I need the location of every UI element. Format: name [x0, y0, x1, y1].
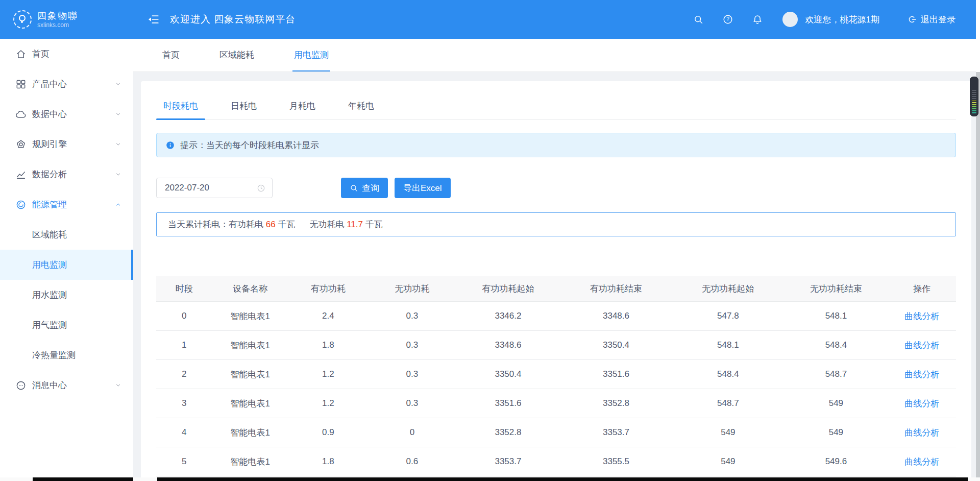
query-button[interactable]: 查询 [341, 178, 388, 198]
sidebar-horizontal-scrollbar[interactable] [33, 477, 133, 481]
sidebar-item-label: 用电监测 [32, 259, 67, 271]
vertical-scrollbar[interactable] [976, 0, 980, 481]
svg-text:?: ? [726, 16, 729, 22]
sidebar-item-home[interactable]: 首页 [0, 39, 133, 69]
sidebar-item-label: 首页 [32, 48, 50, 60]
header-cell-4: 有功功耗起始 [456, 283, 560, 295]
cell-0: 0 [156, 311, 212, 321]
cell-2: 1.8 [288, 456, 369, 467]
date-picker-input[interactable]: 2022-07-20 [156, 178, 273, 198]
page: 四象物聯 sxlinks.com 欢迎进入 四象云物联网平台 ? 欢迎您，桃花源… [0, 0, 980, 481]
sidebar-item-data-analysis[interactable]: 数据分析 [0, 159, 133, 189]
sidebar-item-region-energy[interactable]: 区域能耗 [0, 220, 133, 250]
consumption-tab-yearly[interactable]: 年耗电 [341, 100, 381, 119]
clock-icon [256, 183, 266, 193]
cell-6: 548.4 [672, 369, 784, 379]
cell-7: 548.1 [784, 311, 888, 321]
logo-domain: sxlinks.com [37, 21, 78, 29]
curve-analysis-link[interactable]: 曲线分析 [904, 341, 939, 350]
table-row: 3智能电表11.20.33351.63352.8548.7549曲线分析 [156, 389, 956, 418]
platform-title: 欢迎进入 四象云物联网平台 [170, 13, 296, 26]
cell-7: 549 [784, 427, 888, 438]
logout-button[interactable]: 退出登录 [907, 14, 955, 26]
scroll-minimap-widget[interactable] [970, 77, 978, 116]
sidebar-item-rule-engine[interactable]: 规则引擎 [0, 129, 133, 159]
logo-name: 四象物聯 [37, 11, 78, 21]
curve-analysis-link[interactable]: 曲线分析 [904, 399, 939, 408]
cell-6: 547.8 [672, 311, 784, 321]
header-cell-3: 无功功耗 [368, 283, 456, 295]
sidebar-item-data-center[interactable]: 数据中心 [0, 99, 133, 129]
header-cell-0: 时段 [156, 283, 212, 295]
help-icon[interactable]: ? [722, 14, 733, 25]
cell-5: 3355.5 [560, 456, 672, 467]
curve-analysis-link[interactable]: 曲线分析 [904, 311, 939, 321]
logout-icon [907, 14, 917, 25]
cell-6: 549 [672, 456, 784, 467]
curve-analysis-link[interactable]: 曲线分析 [904, 457, 939, 467]
curve-analysis-link[interactable]: 曲线分析 [904, 370, 939, 379]
top-tab-electricity-monitor[interactable]: 用电监测 [292, 39, 330, 71]
top-tab-region-energy[interactable]: 区域能耗 [218, 39, 256, 71]
date-value: 2022-07-20 [165, 183, 256, 193]
content-horizontal-scrollbar[interactable] [157, 477, 968, 481]
cell-3: 0.3 [368, 398, 456, 408]
cell-2: 1.2 [288, 369, 369, 379]
table-row: 4智能电表10.903352.83353.7549549曲线分析 [156, 418, 956, 447]
cell-6: 548.7 [672, 398, 784, 408]
curve-analysis-link[interactable]: 曲线分析 [904, 428, 939, 438]
chevron-down-icon [114, 140, 122, 148]
cell-4: 3346.2 [456, 311, 560, 321]
consumption-tab-monthly[interactable]: 月耗电 [282, 100, 323, 119]
cell-0: 1 [156, 340, 212, 350]
cell-2: 1.2 [288, 398, 369, 408]
cell-1: 智能电表1 [212, 427, 288, 439]
sidebar-item-gas-monitor[interactable]: 用气监测 [0, 310, 133, 340]
sidebar-item-label: 能源管理 [32, 199, 67, 210]
sidebar-item-energy-management[interactable]: 能源管理 [0, 189, 133, 220]
daily-summary: 当天累计耗电： 有功耗电 66 千瓦 无功耗电 11.7 千瓦 [156, 212, 956, 236]
consumption-tab-period[interactable]: 时段耗电 [156, 100, 205, 119]
consumption-table: 时段设备名称有功功耗无功功耗有功功耗起始有功功耗结束无功功耗起始无功功耗结束操作… [156, 276, 956, 476]
energy-tabs: 时段耗电日耗电月耗电年耗电 [156, 100, 956, 120]
cell-7: 548.7 [784, 369, 888, 379]
breadcrumb-tabs: 首页区域能耗用电监测 [133, 39, 980, 72]
consumption-tab-daily[interactable]: 日耗电 [224, 100, 264, 119]
cell-1: 智能电表1 [212, 456, 288, 468]
sidebar-item-label: 消息中心 [32, 379, 67, 391]
sidebar-item-heat-monitor[interactable]: 冷热量监测 [0, 340, 133, 370]
sidebar-item-water-monitor[interactable]: 用水监测 [0, 280, 133, 310]
top-header: 四象物聯 sxlinks.com 欢迎进入 四象云物联网平台 ? 欢迎您，桃花源… [0, 0, 980, 39]
table-row: 1智能电表11.80.33348.63350.4548.1548.4曲线分析 [156, 331, 956, 360]
energy-icon [15, 199, 28, 211]
message-icon [15, 379, 28, 392]
header-cell-2: 有功功耗 [288, 283, 369, 295]
sidebar-item-electricity-monitor[interactable]: 用电监测 [0, 250, 133, 280]
export-excel-button[interactable]: 导出Excel [395, 178, 451, 198]
cell-5: 3350.4 [560, 340, 672, 350]
chevron-up-icon [114, 201, 122, 208]
info-icon [165, 140, 175, 150]
table-header-row: 时段设备名称有功功耗无功功耗有功功耗起始有功功耗结束无功功耗起始无功功耗结束操作 [156, 276, 956, 302]
chevron-down-icon [114, 80, 122, 88]
active-power-label: 有功耗电 [229, 219, 266, 230]
cell-3: 0.3 [368, 369, 456, 379]
search-icon[interactable] [693, 14, 704, 25]
sidebar-item-label: 规则引擎 [32, 138, 67, 150]
cell-1: 智能电表1 [212, 340, 288, 351]
notification-bell-icon[interactable] [752, 14, 763, 25]
cell-5: 3351.6 [560, 369, 672, 379]
cell-4: 3353.7 [456, 456, 560, 467]
avatar[interactable] [782, 12, 798, 27]
table-row: 0智能电表12.40.33346.23348.6547.8548.1曲线分析 [156, 302, 956, 331]
cell-6: 549 [672, 427, 784, 438]
cell-2: 2.4 [288, 311, 369, 321]
cell-5: 3348.6 [560, 311, 672, 321]
cell-7: 549.6 [784, 456, 888, 467]
alert-text: 提示：当天的每个时段耗电累计显示 [180, 139, 319, 151]
logout-label: 退出登录 [921, 14, 955, 26]
sidebar-item-product-center[interactable]: 产品中心 [0, 69, 133, 99]
sidebar-item-message-center[interactable]: 消息中心 [0, 370, 133, 400]
menu-fold-icon[interactable] [146, 13, 160, 26]
top-tab-home[interactable]: 首页 [161, 39, 181, 71]
